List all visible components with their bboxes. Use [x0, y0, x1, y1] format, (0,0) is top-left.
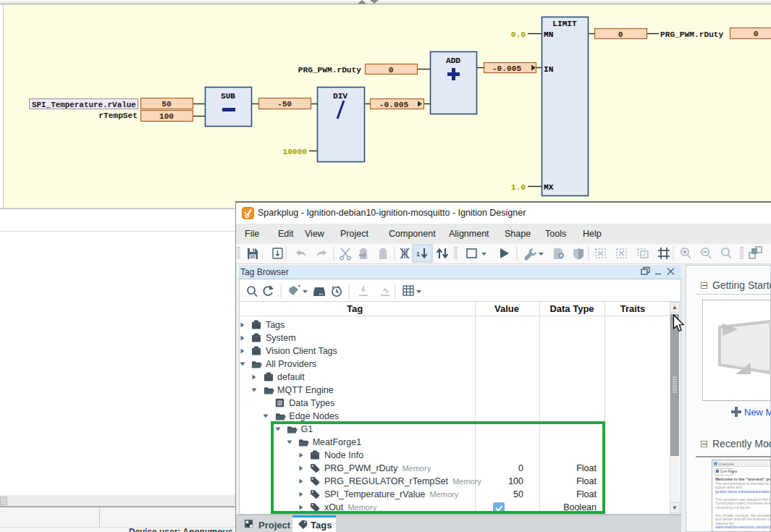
svg-text:0.0: 0.0 [511, 30, 526, 39]
svg-text:50: 50 [161, 100, 172, 109]
svg-text:0: 0 [754, 30, 759, 38]
svg-text:SUB: SUB [221, 92, 235, 101]
svg-text:0: 0 [389, 66, 394, 75]
svg-text:PRG_PWM.rDuty: PRG_PWM.rDuty [298, 66, 362, 75]
svg-text:LIMIT: LIMIT [552, 20, 577, 28]
svg-text:DIV: DIV [333, 92, 347, 101]
svg-text:100: 100 [159, 112, 174, 121]
svg-text:1.0: 1.0 [511, 183, 526, 192]
svg-text:PRG_PWM.rDuty: PRG_PWM.rDuty [660, 30, 724, 39]
svg-text:-50: -50 [277, 100, 292, 109]
svg-text:0: 0 [618, 30, 623, 39]
svg-text:SPI_Temperature.rValue: SPI_Temperature.rValue [32, 101, 136, 109]
svg-text:MX: MX [544, 183, 554, 192]
svg-text:MN: MN [544, 30, 553, 39]
svg-text:-0.005: -0.005 [379, 101, 409, 109]
svg-text:10000: 10000 [282, 148, 307, 156]
svg-text:rTempSet: rTempSet [98, 111, 138, 120]
svg-text:-0.005: -0.005 [492, 64, 522, 73]
svg-text:IN: IN [544, 65, 553, 74]
svg-text:ADD: ADD [446, 56, 460, 65]
